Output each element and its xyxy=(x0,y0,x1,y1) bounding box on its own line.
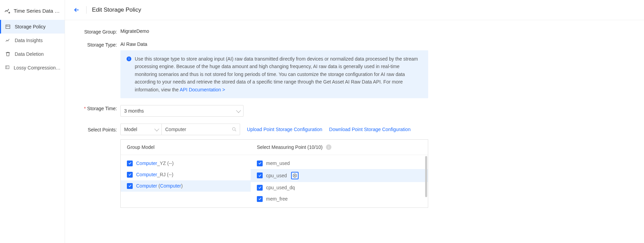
row-storage-time: Storage Time: 3 months xyxy=(76,105,633,117)
points-list: mem_used cpu_used cpu_used_dq xyxy=(251,155,428,207)
info-text-wrap: Use this storage type to store analog in… xyxy=(135,55,422,93)
divider xyxy=(86,6,87,14)
label-storage-time: Storage Time: xyxy=(76,105,117,111)
svg-rect-2 xyxy=(6,66,9,69)
model-label: Computer (Computer) xyxy=(136,183,183,189)
sidebar-item-lossy-compression[interactable]: Lossy Compression… xyxy=(0,61,65,75)
model-label: Computer_RJ (--) xyxy=(136,172,173,177)
gear-badge[interactable] xyxy=(291,172,299,179)
timeseries-icon xyxy=(4,8,10,14)
header-group-model: Group Model xyxy=(121,140,251,155)
model-list: Computer_YZ (--) Computer_RJ (--) Comput… xyxy=(121,155,251,207)
point-label: cpu_used_dq xyxy=(266,185,295,190)
sidebar-item-label: Storage Policy xyxy=(15,24,45,29)
info-icon: i xyxy=(127,56,131,61)
point-row-hover[interactable]: cpu_used xyxy=(251,169,428,182)
point-label: mem_free xyxy=(266,196,288,202)
main: Edit Storage Policy Storage Group: Migra… xyxy=(65,0,644,243)
back-button[interactable] xyxy=(73,7,80,13)
sidebar-title-text: Time Series Data … xyxy=(14,8,60,14)
header-measuring-point-text: Select Measuring Point (10/10) xyxy=(257,144,323,150)
model-select-value: Model xyxy=(124,127,137,132)
storage-time-select[interactable]: 3 months xyxy=(120,105,244,117)
row-storage-type: Storage Type: AI Raw Data xyxy=(76,41,633,48)
svg-point-4 xyxy=(294,175,295,176)
checkbox[interactable] xyxy=(127,172,133,178)
model-label: Computer_YZ (--) xyxy=(136,161,174,166)
upload-config-link[interactable]: Upload Point Storage Configuration xyxy=(247,127,322,132)
download-config-link[interactable]: Download Point Storage Configuration xyxy=(329,127,410,132)
sidebar-item-label: Data Deletion xyxy=(15,51,44,57)
scrollbar[interactable] xyxy=(425,156,427,197)
info-box: i Use this storage type to store analog … xyxy=(120,50,428,98)
chevron-down-icon xyxy=(154,126,159,131)
sidebar-item-data-insights[interactable]: Data Insights xyxy=(0,34,65,47)
chevron-down-icon xyxy=(236,108,241,113)
topbar: Edit Storage Policy xyxy=(65,0,644,20)
label-storage-type: Storage Type: xyxy=(76,41,117,48)
sidebar-item-label: Data Insights xyxy=(15,38,43,43)
point-label: mem_used xyxy=(266,161,290,166)
search-icon xyxy=(232,127,237,132)
info-text: Use this storage type to store analog in… xyxy=(135,56,418,92)
checkbox[interactable] xyxy=(127,183,133,189)
page-title: Edit Storage Policy xyxy=(92,7,141,13)
content: Storage Group: MigrateDemo Storage Type:… xyxy=(65,20,644,221)
checkbox[interactable] xyxy=(127,161,133,166)
deletion-icon xyxy=(5,51,11,57)
points-body: Computer_YZ (--) Computer_RJ (--) Comput… xyxy=(121,155,428,207)
search-input-text: Computer xyxy=(165,127,186,132)
checkbox[interactable] xyxy=(257,185,263,191)
label-spacer xyxy=(76,50,117,51)
header-measuring-point: Select Measuring Point (10/10) i xyxy=(251,140,428,155)
storage-icon xyxy=(5,24,11,29)
row-info: i Use this storage type to store analog … xyxy=(76,50,633,98)
storage-time-value: 3 months xyxy=(124,108,144,114)
point-row[interactable]: mem_used xyxy=(251,158,428,169)
info-circle-icon[interactable]: i xyxy=(326,144,331,150)
sidebar-item-label: Lossy Compression… xyxy=(14,65,61,71)
point-row[interactable]: mem_free xyxy=(251,193,428,205)
label-select-points: Select Points: xyxy=(76,126,117,132)
point-label: cpu_used xyxy=(266,173,287,178)
model-row[interactable]: Computer_RJ (--) xyxy=(121,169,251,180)
svg-point-0 xyxy=(9,12,10,13)
checkbox[interactable] xyxy=(257,161,263,166)
label-storage-group: Storage Group: xyxy=(76,28,117,35)
value-storage-type: AI Raw Data xyxy=(120,41,633,47)
compression-icon xyxy=(5,65,10,71)
points-container: Group Model Select Measuring Point (10/1… xyxy=(120,139,428,208)
model-row-selected[interactable]: Computer (Computer) xyxy=(121,180,251,192)
point-row[interactable]: cpu_used_dq xyxy=(251,182,428,193)
checkbox[interactable] xyxy=(257,172,263,178)
sidebar-title: Time Series Data … xyxy=(0,5,65,20)
row-select-points: Select Points: Model Computer Upload Poi… xyxy=(76,124,633,135)
sidebar-item-storage-policy[interactable]: Storage Policy xyxy=(0,20,65,34)
sidebar: Time Series Data … Storage Policy Data I… xyxy=(0,0,65,243)
row-storage-group: Storage Group: MigrateDemo xyxy=(76,28,633,35)
svg-rect-1 xyxy=(6,25,10,29)
model-search-input[interactable]: Computer xyxy=(161,124,240,135)
value-storage-group: MigrateDemo xyxy=(120,28,633,34)
checkbox[interactable] xyxy=(257,196,263,202)
model-select[interactable]: Model xyxy=(120,124,161,135)
insights-icon xyxy=(5,38,11,43)
svg-point-3 xyxy=(233,128,235,130)
sidebar-item-data-deletion[interactable]: Data Deletion xyxy=(0,47,65,61)
model-row[interactable]: Computer_YZ (--) xyxy=(121,158,251,169)
api-docs-link[interactable]: API Documentation > xyxy=(180,87,225,92)
points-header: Group Model Select Measuring Point (10/1… xyxy=(121,140,428,155)
